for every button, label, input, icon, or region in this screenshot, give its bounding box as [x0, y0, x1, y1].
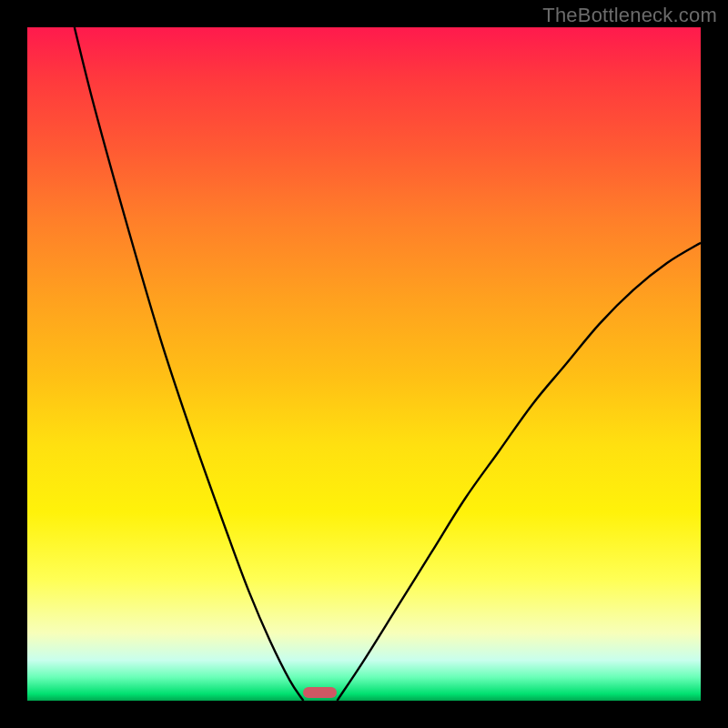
curve-left: [75, 27, 304, 701]
optimal-marker: [303, 687, 337, 698]
bottleneck-curve: [27, 27, 701, 701]
chart-frame: TheBottleneck.com: [0, 0, 728, 728]
plot-area: [27, 27, 701, 701]
curve-right: [337, 243, 701, 701]
watermark-text: TheBottleneck.com: [542, 4, 717, 27]
